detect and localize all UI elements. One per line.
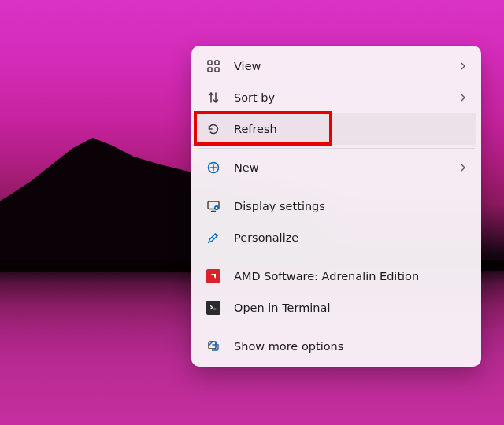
chevron-right-icon <box>459 94 467 102</box>
menu-item-personalize[interactable]: Personalize <box>196 222 476 253</box>
menu-item-sort-by[interactable]: Sort by <box>196 82 476 113</box>
desktop-context-menu: View Sort by Refresh <box>191 46 481 367</box>
menu-item-display-settings[interactable]: Display settings <box>196 190 476 222</box>
menu-item-label: Sort by <box>234 91 459 104</box>
menu-item-label: Refresh <box>234 123 467 135</box>
menu-item-amd-software[interactable]: AMD Software: Adrenalin Edition <box>196 261 476 292</box>
amd-icon <box>206 268 221 284</box>
new-icon <box>206 160 221 176</box>
menu-item-label: AMD Software: Adrenalin Edition <box>234 270 467 283</box>
svg-rect-3 <box>215 68 219 72</box>
menu-item-refresh[interactable]: Refresh <box>196 113 476 145</box>
menu-item-label: Show more options <box>234 340 467 353</box>
menu-item-label: Display settings <box>234 200 467 213</box>
menu-separator <box>198 327 475 327</box>
svg-rect-1 <box>215 61 219 65</box>
menu-item-label: Personalize <box>234 231 467 244</box>
terminal-icon <box>206 300 221 316</box>
svg-rect-0 <box>208 61 212 65</box>
menu-separator <box>198 257 475 257</box>
menu-separator <box>198 187 475 187</box>
sort-icon <box>206 90 221 105</box>
chevron-right-icon <box>459 62 467 70</box>
display-settings-icon <box>206 198 221 214</box>
menu-item-open-terminal[interactable]: Open in Terminal <box>196 292 476 323</box>
chevron-right-icon <box>459 164 467 172</box>
menu-item-label: View <box>234 60 459 72</box>
personalize-icon <box>206 230 221 246</box>
menu-item-view[interactable]: View <box>196 50 476 82</box>
view-icon <box>206 58 221 74</box>
svg-rect-2 <box>208 68 212 72</box>
menu-separator <box>198 148 475 149</box>
refresh-icon <box>206 121 221 137</box>
menu-item-new[interactable]: New <box>196 152 476 183</box>
menu-item-label: New <box>234 161 459 174</box>
more-options-icon <box>206 338 221 354</box>
menu-item-label: Open in Terminal <box>234 301 467 314</box>
menu-item-show-more-options[interactable]: Show more options <box>196 331 476 362</box>
